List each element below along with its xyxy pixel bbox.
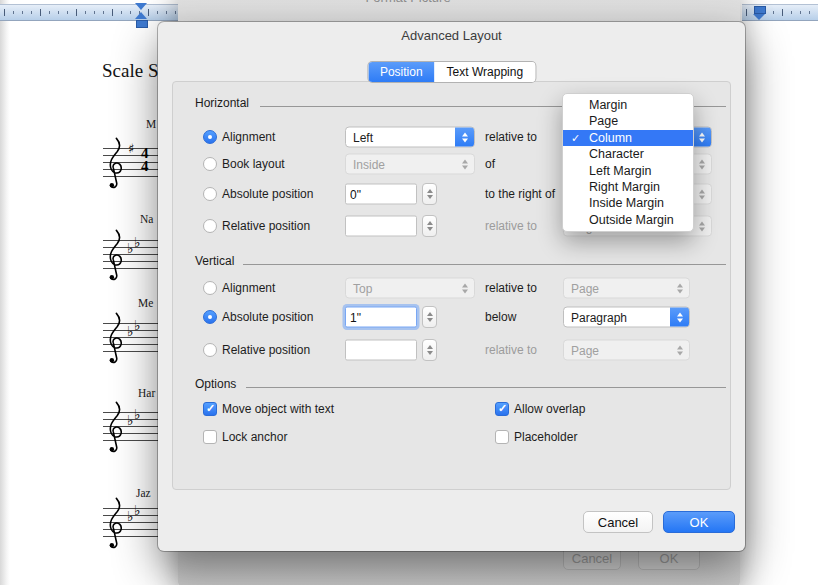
- move-object-with-text-checkbox[interactable]: [203, 402, 217, 416]
- select-value: Top: [353, 281, 372, 295]
- staff-label: M: [146, 118, 156, 130]
- vertical-relative-row: Relative position relative to Page: [158, 339, 745, 361]
- relative-to-label: relative to: [485, 130, 537, 144]
- treble-clef-icon: [104, 312, 126, 364]
- below-label: below: [485, 310, 516, 324]
- stepper[interactable]: [422, 306, 437, 328]
- chevron-updown-icon: [670, 341, 689, 360]
- options-row-2: Lock anchor Placeholder: [158, 426, 745, 448]
- checkmark-icon: ✓: [571, 130, 580, 146]
- chevron-updown-icon: [455, 155, 474, 174]
- ok-button[interactable]: OK: [663, 511, 735, 533]
- treble-clef-icon: [104, 401, 126, 453]
- flat-icon: ♭: [134, 235, 141, 249]
- section-rule: [243, 264, 726, 265]
- checkbox-label: Allow overlap: [514, 402, 585, 416]
- alignment-radio[interactable]: [203, 281, 217, 295]
- treble-clef-icon: [104, 137, 126, 189]
- document-title: Scale S: [102, 60, 158, 82]
- book-layout-radio[interactable]: [203, 157, 217, 171]
- placeholder-checkbox[interactable]: [495, 430, 509, 444]
- select-value: Page: [571, 343, 599, 357]
- select-value: Page: [571, 281, 599, 295]
- checkbox-label: Placeholder: [514, 430, 577, 444]
- dialog-title: Advanced Layout: [158, 28, 745, 43]
- options-row-1: Move object with text Allow overlap: [158, 398, 745, 420]
- menu-item-column[interactable]: ✓ Column: [563, 130, 693, 146]
- horizontal-ruler-left: [0, 4, 178, 21]
- staff-label: Har: [138, 387, 155, 399]
- stepper[interactable]: [422, 183, 437, 205]
- relative-position-radio[interactable]: [203, 343, 217, 357]
- treble-clef-icon: [104, 229, 126, 281]
- absolute-position-radio[interactable]: [203, 310, 217, 324]
- relative-to-dropdown-menu: Margin Page ✓ Column Character Left Marg…: [562, 93, 694, 232]
- section-heading-vertical: Vertical: [195, 254, 234, 268]
- menu-item-outside-margin[interactable]: Outside Margin: [563, 212, 693, 228]
- section-heading-horizontal: Horizontal: [195, 96, 249, 110]
- chevron-updown-icon: [692, 185, 711, 204]
- lock-anchor-checkbox[interactable]: [203, 430, 217, 444]
- menu-item-margin[interactable]: Margin: [563, 97, 693, 113]
- staff-label: Na: [140, 213, 153, 225]
- chevron-updown-icon: [455, 279, 474, 298]
- flat-icon: ♭: [127, 509, 134, 523]
- row-label: Alignment: [222, 281, 275, 295]
- alignment-select: Top: [345, 278, 475, 299]
- to-the-right-of-label: to the right of: [485, 187, 555, 201]
- section-heading-options: Options: [195, 377, 236, 391]
- treble-clef-icon: [104, 497, 126, 549]
- alignment-select[interactable]: Left: [345, 127, 475, 148]
- menu-item-right-margin[interactable]: Right Margin: [563, 179, 693, 195]
- book-layout-select: Inside: [345, 154, 475, 175]
- section-rule: [246, 387, 726, 388]
- flat-icon: ♭: [134, 318, 141, 332]
- checkbox-label: Lock anchor: [222, 430, 287, 444]
- menu-item-inside-margin[interactable]: Inside Margin: [563, 195, 693, 211]
- format-picture-title: Format Picture: [278, 0, 538, 5]
- chevron-updown-icon: [455, 128, 474, 147]
- menu-item-page[interactable]: Page: [563, 113, 693, 129]
- flat-icon: ♭: [127, 413, 134, 427]
- absolute-position-radio[interactable]: [203, 187, 217, 201]
- relative-position-field[interactable]: [345, 340, 417, 361]
- row-label: Relative position: [222, 219, 310, 233]
- tab-bar: Position Text Wrapping: [368, 62, 535, 82]
- flat-icon: ♭: [127, 324, 134, 338]
- relative-to-select: Page: [563, 340, 690, 361]
- relative-to-label: relative to: [485, 281, 537, 295]
- relative-position-field[interactable]: [345, 216, 417, 237]
- staff-label: Me: [138, 297, 153, 309]
- chevron-updown-icon: [692, 217, 711, 236]
- tab-position[interactable]: Position: [368, 62, 435, 82]
- chevron-updown-icon: [670, 279, 689, 298]
- alignment-radio[interactable]: [203, 130, 217, 144]
- stepper[interactable]: [422, 339, 437, 361]
- menu-item-character[interactable]: Character: [563, 146, 693, 162]
- cancel-button[interactable]: Cancel: [583, 511, 653, 533]
- tab-text-wrapping[interactable]: Text Wrapping: [435, 62, 535, 82]
- chevron-updown-icon: [692, 155, 711, 174]
- row-label: Relative position: [222, 343, 310, 357]
- absolute-position-field[interactable]: [345, 307, 417, 328]
- flat-icon: ♭: [134, 407, 141, 421]
- vertical-absolute-row: Absolute position below Paragraph: [158, 306, 745, 328]
- below-select[interactable]: Paragraph: [563, 307, 690, 328]
- row-label: Absolute position: [222, 310, 313, 324]
- stepper[interactable]: [422, 215, 437, 237]
- vertical-alignment-row: Alignment Top relative to Page: [158, 277, 745, 299]
- relative-position-radio[interactable]: [203, 219, 217, 233]
- row-label: Book layout: [222, 157, 285, 171]
- select-value: Inside: [353, 157, 385, 171]
- checkbox-label: Move object with text: [222, 402, 334, 416]
- menu-item-left-margin[interactable]: Left Margin: [563, 163, 693, 179]
- allow-overlap-checkbox[interactable]: [495, 402, 509, 416]
- absolute-position-field[interactable]: [345, 184, 417, 205]
- ruler-ticks: [4, 11, 178, 14]
- relative-to-select: Page: [563, 278, 690, 299]
- of-label: of: [485, 157, 495, 171]
- relative-to-label: relative to: [485, 343, 537, 357]
- sharp-icon: ♯: [128, 142, 134, 155]
- chevron-updown-icon: [670, 308, 689, 327]
- chevron-updown-icon: [692, 128, 711, 147]
